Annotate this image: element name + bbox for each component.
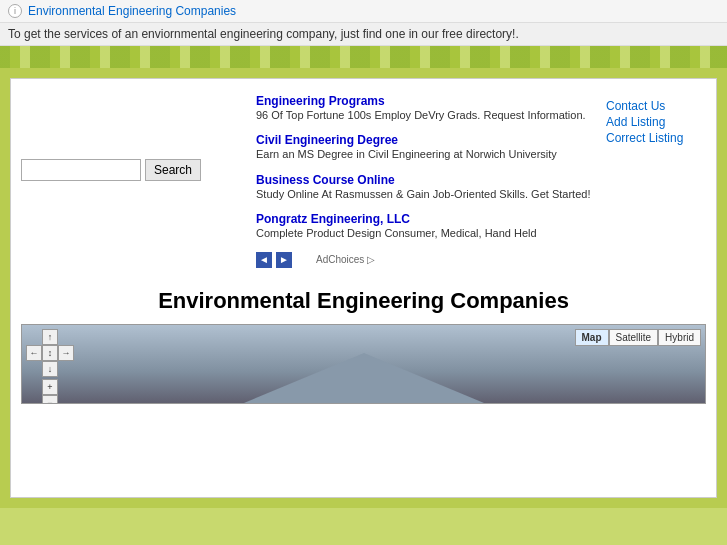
map-section: ↑ ← ↕ → ↓ + − Map Satell — [21, 324, 706, 404]
add-listing-link[interactable]: Add Listing — [606, 115, 706, 129]
content-layout: Search Engineering Programs 96 Of Top Fo… — [21, 89, 706, 273]
ads-column: Engineering Programs 96 Of Top Fortune 1… — [251, 89, 596, 273]
correct-listing-link[interactable]: Correct Listing — [606, 131, 706, 145]
map-controls: ↑ ← ↕ → ↓ + − — [26, 329, 74, 404]
ad-prev-button[interactable]: ◄ — [256, 252, 272, 268]
contact-us-link[interactable]: Contact Us — [606, 99, 706, 113]
ad-next-button[interactable]: ► — [276, 252, 292, 268]
page-title-section: Environmental Engineering Companies — [21, 273, 706, 324]
map-ctrl-mid-row: ← ↕ → — [26, 345, 74, 361]
ad-item: Engineering Programs 96 Of Top Fortune 1… — [256, 94, 591, 123]
ad-desc-1: Earn an MS Degree in Civil Engineering a… — [256, 147, 591, 162]
map-type-buttons: Map Satellite Hybrid — [575, 329, 701, 346]
ad-link-2[interactable]: Business Course Online — [256, 173, 395, 187]
main-wrapper: Search Engineering Programs 96 Of Top Fo… — [0, 68, 727, 508]
decorative-bar — [0, 46, 727, 68]
map-ctrl-down-row: ↓ — [42, 361, 58, 377]
ad-desc-2: Study Online At Rasmussen & Gain Job-Ori… — [256, 187, 591, 202]
ad-item: Civil Engineering Degree Earn an MS Degr… — [256, 133, 591, 162]
top-bar: i Environmental Engineering Companies — [0, 0, 727, 23]
sub-bar-text: To get the services of an enviornmental … — [8, 27, 519, 41]
map-zoom-in-button[interactable]: + — [42, 379, 58, 395]
main-content: Search Engineering Programs 96 Of Top Fo… — [10, 78, 717, 498]
map-type-hybrid-button[interactable]: Hybrid — [658, 329, 701, 346]
map-pan-up-button[interactable]: ↑ — [42, 329, 58, 345]
ad-navigation: ◄ ► AdChoices ▷ — [256, 252, 591, 268]
search-input[interactable] — [21, 159, 141, 181]
ad-link-1[interactable]: Civil Engineering Degree — [256, 133, 398, 147]
map-ctrl-up-row: ↑ — [42, 329, 58, 345]
map-pan-left-button[interactable]: ← — [26, 345, 42, 361]
ad-item: Pongratz Engineering, LLC Complete Produ… — [256, 212, 591, 241]
ad-item: Business Course Online Study Online At R… — [256, 173, 591, 202]
map-pan-right-button[interactable]: → — [58, 345, 74, 361]
breadcrumb-link[interactable]: Environmental Engineering Companies — [28, 4, 236, 18]
sub-bar: To get the services of an enviornmental … — [0, 23, 727, 46]
map-type-satellite-button[interactable]: Satellite — [609, 329, 659, 346]
search-button[interactable]: Search — [145, 159, 201, 181]
page-title: Environmental Engineering Companies — [21, 288, 706, 314]
ad-desc-0: 96 Of Top Fortune 100s Employ DeVry Grad… — [256, 108, 591, 123]
map-shape — [244, 353, 484, 403]
adchoices-label: AdChoices ▷ — [316, 254, 375, 265]
page-icon: i — [8, 4, 22, 18]
map-pan-down-button[interactable]: ↓ — [42, 361, 58, 377]
ad-link-0[interactable]: Engineering Programs — [256, 94, 385, 108]
map-zoom-out-button[interactable]: − — [42, 395, 58, 404]
right-column: Contact Us Add Listing Correct Listing — [606, 89, 706, 273]
map-zoom-controls: + − — [42, 379, 58, 404]
map-pan-center-button[interactable]: ↕ — [42, 345, 58, 361]
ad-desc-3: Complete Product Design Consumer, Medica… — [256, 226, 591, 241]
map-type-map-button[interactable]: Map — [575, 329, 609, 346]
search-row: Search — [21, 159, 241, 181]
ad-link-3[interactable]: Pongratz Engineering, LLC — [256, 212, 410, 226]
left-column: Search — [21, 89, 241, 273]
